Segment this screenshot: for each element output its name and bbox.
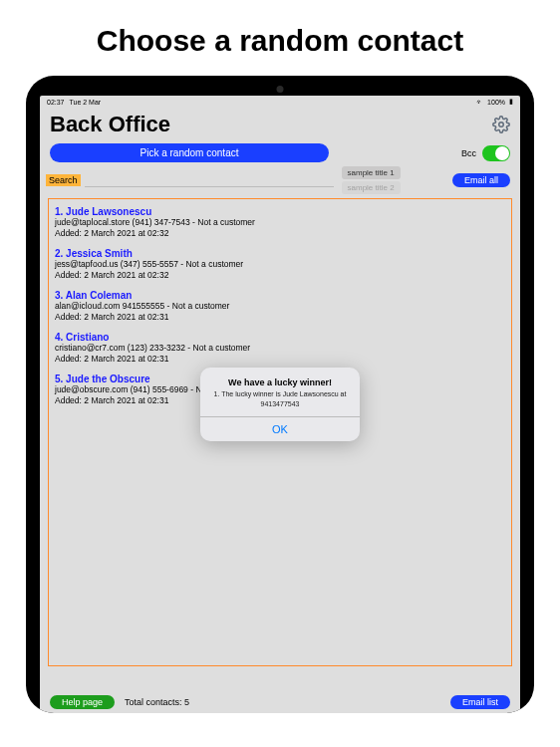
contact-added: Added: 2 March 2021 at 02:31	[55, 354, 505, 365]
battery-icon: ▮	[509, 98, 513, 106]
app-header: Back Office	[40, 108, 520, 139]
dialog-body: 1. The lucky winner is Jude Lawsonescu a…	[200, 389, 360, 415]
contact-added: Added: 2 March 2021 at 02:32	[55, 270, 505, 281]
wifi-icon: ᯤ	[476, 99, 483, 106]
status-time: 02:37	[47, 99, 65, 106]
search-input[interactable]	[85, 173, 334, 187]
contact-details: jess@tapfood.us (347) 555-5557 - Not a c…	[55, 259, 505, 270]
gear-icon[interactable]	[492, 116, 510, 133]
search-row: Search sample title 1 sample title 2 Ema…	[40, 164, 520, 196]
tablet-frame: 02:37 Tue 2 Mar ᯤ 100% ▮ Back Office Pic…	[26, 76, 534, 713]
status-date: Tue 2 Mar	[70, 99, 102, 106]
marketing-heading: Choose a random contact	[0, 0, 560, 76]
total-contacts: Total contacts: 5	[125, 697, 189, 707]
title-chip-1[interactable]: sample title 1	[342, 166, 401, 179]
contact-item[interactable]: 2. Jessica Smithjess@tapfood.us (347) 55…	[55, 245, 505, 287]
camera-dot	[277, 86, 284, 93]
email-list-button[interactable]: Email list	[450, 695, 510, 709]
contact-item[interactable]: 4. Cristianocristiano@cr7.com (123) 233-…	[55, 329, 505, 371]
battery-percent: 100%	[487, 99, 505, 106]
contact-name: 1. Jude Lawsonescu	[55, 206, 505, 217]
contact-item[interactable]: 3. Alan Colemanalan@icloud.com 941555555…	[55, 287, 505, 329]
svg-point-0	[499, 123, 504, 127]
contact-name: 2. Jessica Smith	[55, 248, 505, 259]
bcc-toggle[interactable]	[482, 145, 510, 161]
controls-row: Pick a random contact Bcc	[40, 139, 520, 164]
title-chip-2[interactable]: sample title 2	[342, 181, 401, 194]
dialog-ok-button[interactable]: OK	[200, 416, 360, 441]
help-page-button[interactable]: Help page	[50, 695, 115, 709]
contact-name: 4. Cristiano	[55, 332, 505, 343]
contact-details: cristiano@cr7.com (123) 233-3232 - Not a…	[55, 343, 505, 354]
dialog-title: We have a lucky winner!	[200, 368, 360, 389]
contact-added: Added: 2 March 2021 at 02:31	[55, 312, 505, 323]
contact-details: alan@icloud.com 941555555 - Not a custom…	[55, 301, 505, 312]
contact-added: Added: 2 March 2021 at 02:32	[55, 228, 505, 239]
search-label: Search	[46, 174, 81, 186]
email-all-button[interactable]: Email all	[452, 173, 510, 187]
footer-bar: Help page Total contacts: 5 Email list	[40, 691, 520, 713]
contact-item[interactable]: 1. Jude Lawsonescujude@taplocal.store (9…	[55, 203, 505, 245]
winner-dialog: We have a lucky winner! 1. The lucky win…	[200, 368, 360, 440]
contact-name: 3. Alan Coleman	[55, 290, 505, 301]
pick-random-button[interactable]: Pick a random contact	[50, 143, 329, 162]
bcc-label: Bcc	[461, 148, 476, 158]
app-title: Back Office	[50, 112, 170, 137]
app-screen: 02:37 Tue 2 Mar ᯤ 100% ▮ Back Office Pic…	[40, 96, 520, 713]
status-bar: 02:37 Tue 2 Mar ᯤ 100% ▮	[40, 96, 520, 108]
contact-details: jude@taplocal.store (941) 347-7543 - Not…	[55, 217, 505, 228]
